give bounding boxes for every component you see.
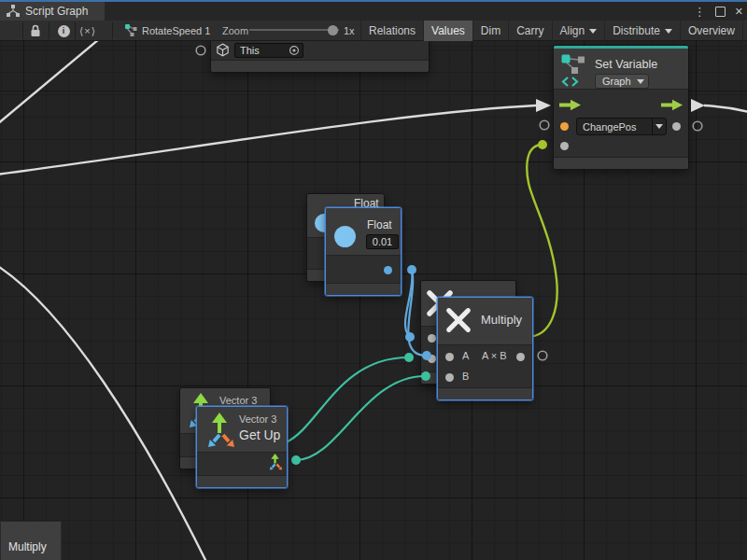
window-maximize-icon[interactable]: [715, 7, 726, 17]
chevron-down-icon: [665, 29, 672, 34]
script-graph-window: Script Graph ⋮ ✕ i ⟨×⟩: [0, 0, 747, 560]
toolbar-separator: [112, 22, 113, 39]
toolbar-button-dim[interactable]: Dim: [472, 21, 508, 41]
window-menu-icon[interactable]: ⋮: [694, 5, 706, 19]
toolbar-button-values[interactable]: Values: [423, 21, 472, 41]
window-close-icon[interactable]: ✕: [735, 6, 743, 18]
toolbar-button-label: Align: [560, 24, 585, 37]
graph-canvas[interactable]: Float Vector 3: [0, 41, 747, 560]
fit-graph-icon: ⟨×⟩: [79, 25, 96, 37]
graph-toolbar: i ⟨×⟩ RotateSpeed 1 Zoom 1x RelationsVal…: [0, 21, 747, 41]
graph-reference-icon: [124, 21, 139, 41]
toolbar-button-carry[interactable]: Carry: [508, 21, 551, 41]
zoom-slider-handle[interactable]: [328, 25, 338, 35]
graph-name[interactable]: RotateSpeed 1: [142, 21, 210, 41]
toolbar-button-distribute[interactable]: Distribute: [604, 21, 680, 41]
zoom-label: Zoom: [222, 21, 248, 41]
fit-graph-button[interactable]: ⟨×⟩: [75, 21, 101, 41]
toolbar-button-align[interactable]: Align: [552, 21, 605, 41]
toolbar-button-label: Values: [431, 24, 465, 37]
toolbar-separator: [22, 22, 23, 39]
info-button[interactable]: i: [53, 21, 74, 41]
flow-wire-out[interactable]: [704, 105, 747, 113]
toolbar-button-label: Distribute: [613, 24, 660, 37]
toolbar-button-label: Dim: [481, 24, 500, 37]
unconnected-port-handle[interactable]: [693, 121, 702, 131]
toolbar-separator: [49, 22, 49, 39]
window-controls: ⋮ ✕: [694, 2, 743, 21]
flow-arrowhead-out[interactable]: [691, 99, 705, 112]
chevron-down-icon: [589, 29, 597, 34]
toolbar-button-label: Relations: [369, 24, 416, 37]
script-graph-icon: [7, 5, 20, 18]
lock-icon: [30, 24, 41, 37]
tab-bar: Script Graph ⋮ ✕: [0, 2, 747, 21]
tab-script-graph[interactable]: Script Graph: [0, 2, 105, 21]
zoom-value: 1x: [344, 21, 355, 41]
toolbar-buttons: RelationsValuesDimCarryAlignDistributeOv…: [360, 21, 747, 41]
toolbar-button-full-screen[interactable]: Full Screen: [742, 21, 747, 41]
toolbar-button-relations[interactable]: Relations: [360, 21, 423, 41]
zoom-slider-track[interactable]: [249, 29, 339, 31]
unconnected-port-handle[interactable]: [196, 46, 205, 55]
toolbar-button-overview[interactable]: Overview: [680, 21, 742, 41]
toolbar-button-label: Carry: [516, 24, 543, 37]
port-handles-layer: [0, 41, 747, 560]
toolbar-button-label: Overview: [688, 24, 735, 37]
info-icon: i: [58, 25, 70, 37]
flow-arrowhead-in[interactable]: [536, 99, 551, 112]
unconnected-port-handle[interactable]: [538, 351, 547, 360]
unconnected-port-handle[interactable]: [540, 120, 549, 130]
lock-button[interactable]: [25, 21, 46, 41]
tab-title: Script Graph: [25, 5, 88, 18]
